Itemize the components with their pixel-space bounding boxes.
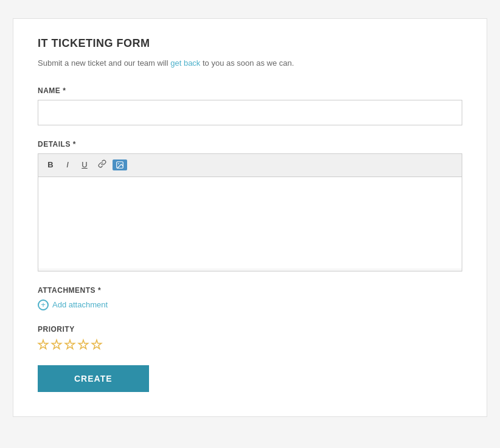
- priority-stars: ★ ★ ★ ★ ★: [38, 338, 462, 351]
- editor-toolbar: B I U: [38, 154, 462, 177]
- add-attachment-button[interactable]: Add attachment: [38, 299, 462, 310]
- add-attachment-icon: [38, 299, 49, 310]
- details-input[interactable]: [38, 177, 462, 268]
- underline-button[interactable]: U: [77, 158, 92, 172]
- it-ticketing-form: IT TICKETING FORM Submit a new ticket an…: [13, 18, 487, 417]
- details-label: DETAILS *: [38, 140, 462, 149]
- italic-button[interactable]: I: [60, 158, 75, 172]
- bold-button[interactable]: B: [43, 158, 58, 172]
- form-title: IT TICKETING FORM: [38, 37, 462, 50]
- priority-field-group: PRIORITY ★ ★ ★ ★ ★: [38, 325, 462, 351]
- attachments-field-group: ATTACHMENTS * Add attachment: [38, 286, 462, 310]
- name-field-group: NAME *: [38, 86, 462, 125]
- star-3[interactable]: ★: [64, 338, 75, 351]
- create-button[interactable]: CREATE: [38, 365, 149, 392]
- form-subtitle: Submit a new ticket and our team will ge…: [38, 57, 462, 69]
- name-input[interactable]: [38, 100, 462, 125]
- star-1[interactable]: ★: [38, 338, 49, 351]
- star-4[interactable]: ★: [78, 338, 89, 351]
- star-2[interactable]: ★: [51, 338, 62, 351]
- rich-editor: B I U: [38, 153, 462, 271]
- link-button[interactable]: [94, 158, 110, 173]
- add-attachment-label: Add attachment: [52, 300, 108, 309]
- svg-point-1: [118, 163, 119, 164]
- attachments-label: ATTACHMENTS *: [38, 286, 462, 295]
- star-5[interactable]: ★: [91, 338, 102, 351]
- image-button[interactable]: [113, 159, 127, 170]
- name-label: NAME *: [38, 86, 462, 95]
- priority-label: PRIORITY: [38, 325, 462, 334]
- details-field-group: DETAILS * B I U: [38, 140, 462, 271]
